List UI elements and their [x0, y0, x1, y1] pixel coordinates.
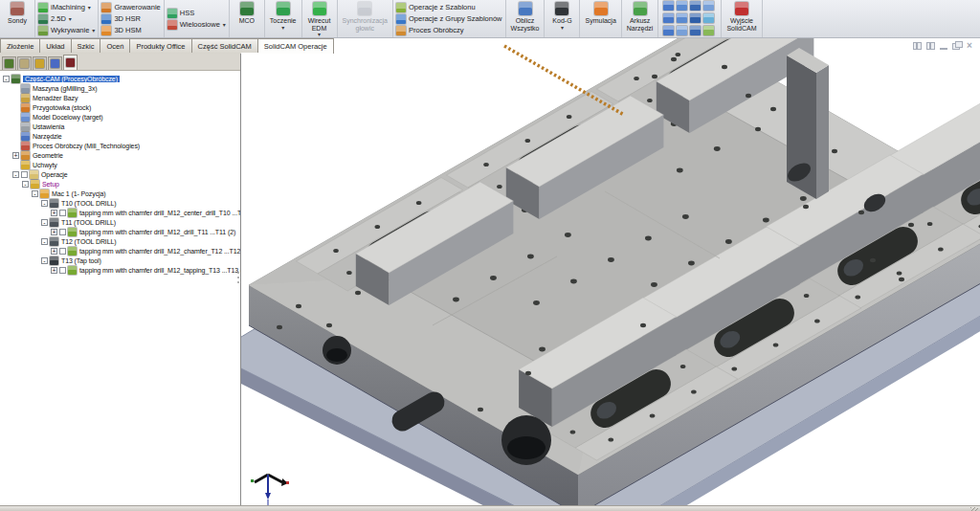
expand-icon[interactable]: +	[12, 152, 19, 159]
operacje-z-grupy-szablonów-button[interactable]: Operacje z Grupy Szablonów	[396, 13, 502, 25]
tree-item-ustawienia[interactable]: Ustawienia	[0, 122, 240, 131]
dropdown-arrow-icon[interactable]: ▾	[69, 15, 72, 22]
collapse-icon[interactable]: -	[41, 200, 48, 207]
cam-view-icon-12[interactable]	[703, 26, 714, 35]
tree-item-uchwyty[interactable]: Uchwyty	[0, 160, 240, 169]
wirecut-edm-button[interactable]: Wirecut EDM▾	[305, 0, 334, 37]
button-label: Oblicz Wszystko	[511, 17, 540, 32]
tab-produkty-office[interactable]: Produkty Office	[130, 38, 191, 53]
dropdown-arrow-icon[interactable]: ▾	[318, 33, 321, 37]
collapse-icon[interactable]: -	[41, 257, 48, 264]
cam-view-icon-10[interactable]	[677, 26, 687, 35]
tree-item-setup[interactable]: -Setup	[0, 179, 240, 189]
hss-button[interactable]: HSS	[167, 8, 226, 19]
cam-view-icon-2[interactable]	[677, 1, 687, 11]
collapse-icon[interactable]: -	[32, 190, 38, 197]
operation-checkbox[interactable]	[59, 210, 66, 216]
collapse-icon[interactable]: -	[3, 76, 10, 82]
expand-icon[interactable]: +	[51, 229, 57, 235]
2-5d-button[interactable]: 2.5D▾	[38, 13, 95, 25]
imachining-button[interactable]: iMachining▾	[38, 2, 95, 13]
cam-view-icon-11[interactable]	[690, 26, 701, 35]
proces-obróbczy-button[interactable]: Proces Obróbczy	[396, 25, 502, 36]
3d-hsm-button[interactable]: 3D HSM	[101, 25, 160, 36]
collapse-icon[interactable]: -	[22, 181, 29, 188]
operation-checkbox[interactable]	[59, 229, 66, 235]
tree-item-tapping-mm-with-chamfer-drill-m12-[interactable]: +tapping mm with chamfer drill_M12_tappi…	[0, 265, 240, 275]
tree-item-proces-obróbczy-mill-technologies[interactable]: Proces Obróbczy (Mill_Technologies)	[0, 141, 240, 150]
dropdown-arrow-icon[interactable]: ▾	[92, 27, 95, 33]
tree-item-t10-tool-drill[interactable]: -T10 (TOOL DRILL)	[0, 198, 240, 208]
tree-item-tapping-mm-with-chamfer-drill-m12-[interactable]: +tapping mm with chamfer drill_M12_chamf…	[0, 246, 240, 256]
minimize-icon[interactable]	[940, 48, 947, 50]
expand-icon[interactable]: +	[51, 267, 57, 274]
cam-view-icon-8[interactable]	[703, 13, 714, 23]
cam-view-icon-9[interactable]	[663, 26, 674, 35]
cam-view-icon-5[interactable]	[663, 13, 674, 23]
tab-solidcam-operacje[interactable]: SolidCAM Operacje	[258, 38, 334, 54]
sondy-button[interactable]: Sondy	[3, 0, 32, 37]
manager-tab-solidcam-manager-icon[interactable]	[63, 55, 78, 70]
tree-item-narzędzie[interactable]: Narzędzie	[0, 131, 240, 141]
dropdown-arrow-icon[interactable]: ▾	[223, 21, 226, 28]
arkusz-narzędzi-button[interactable]: Arkusz Narzędzi	[625, 0, 656, 37]
expand-icon[interactable]: +	[51, 210, 57, 216]
graphics-viewport[interactable]: ×	[241, 38, 980, 505]
tree-item-t12-tool-drill[interactable]: -T12 (TOOL DRILL)	[0, 236, 240, 246]
manager-tab-configuration-manager-icon[interactable]	[33, 56, 47, 70]
manager-tab-display-manager-icon[interactable]	[48, 56, 62, 70]
operation-checkbox[interactable]	[59, 267, 66, 274]
manager-tab-feature-tree-icon[interactable]	[2, 56, 16, 70]
dropdown-arrow-icon[interactable]: ▾	[88, 4, 91, 11]
tree-item-maszyna-gmilling-3x[interactable]: Maszyna (gMilling_3x)	[0, 83, 240, 93]
cam-view-icon-4[interactable]	[703, 1, 714, 11]
wieloosiowe-button[interactable]: Wieloosiowe▾	[167, 19, 226, 31]
tab-oceń[interactable]: Oceń	[100, 38, 130, 53]
dropdown-arrow-icon[interactable]: ▾	[281, 26, 284, 31]
oblicz-wszystko-button[interactable]: Oblicz Wszystko	[509, 0, 542, 37]
cam-view-icon-3[interactable]	[690, 1, 701, 11]
tree-item-model-docelowy-target[interactable]: Model Docelowy (target)	[0, 112, 240, 122]
panel-splitter[interactable]	[236, 258, 240, 297]
tree-item-część-cam-procesyobróbcze[interactable]: -Część-CAM (ProcesyObróbcze)	[0, 74, 240, 83]
tree-item-tapping-mm-with-chamfer-drill-m12-[interactable]: +tapping mm with chamfer drill_M12_cente…	[0, 208, 240, 217]
collapse-icon[interactable]: -	[41, 219, 48, 226]
3d-hsr-button[interactable]: 3D HSR	[101, 13, 160, 25]
tree-item-tapping-mm-with-chamfer-drill-m12-[interactable]: +tapping mm with chamfer drill_M12_drill…	[0, 227, 240, 236]
tree-item-geometrie[interactable]: +Geometrie	[0, 150, 240, 160]
collapse-icon[interactable]: -	[41, 238, 48, 245]
tree-item-t11-tool-drill[interactable]: -T11 (TOOL DRILL)	[0, 217, 240, 227]
tab-część-solidcam[interactable]: Część SolidCAM	[192, 38, 258, 53]
tree-item-przygotówka-stock[interactable]: Przygotówka (stock)	[0, 102, 240, 112]
synchronizacja-głowic-button[interactable]: Synchronizacja głowic	[341, 0, 390, 37]
tree-item-t13-tap-tool[interactable]: -T13 (Tap tool)	[0, 256, 240, 265]
restore-icon[interactable]	[952, 43, 960, 50]
tile-left-icon[interactable]	[913, 42, 922, 50]
tree-item-label: Menadżer Bazy	[33, 95, 78, 101]
cam-view-icon-7[interactable]	[690, 13, 701, 23]
tree-item-menadżer-bazy[interactable]: Menadżer Bazy	[0, 93, 240, 102]
expand-icon[interactable]: +	[51, 248, 57, 255]
operacje-z-szablonu-button[interactable]: Operacje z Szablonu	[396, 2, 502, 13]
tile-right-icon[interactable]	[926, 42, 935, 50]
tab-złożenie[interactable]: Złożenie	[0, 38, 40, 53]
dropdown-arrow-icon[interactable]: ▾	[561, 26, 564, 31]
collapse-icon[interactable]: -	[12, 171, 19, 178]
cam-view-icon-1[interactable]	[663, 1, 674, 11]
wyjście-solidcam-button[interactable]: Wyjście SolidCAM	[724, 0, 758, 37]
tab-układ[interactable]: Układ	[40, 38, 71, 53]
kod-g-button[interactable]: Kod-G▾	[547, 0, 576, 37]
tab-szkic[interactable]: Szkic	[72, 38, 101, 53]
manager-tab-property-manager-icon[interactable]	[17, 56, 32, 70]
symulacja-button[interactable]: Symulacja	[583, 0, 617, 37]
tree-item-mac-1-1-pozycja[interactable]: -Mac 1 (1- Pozycja)	[0, 189, 240, 198]
operation-checkbox[interactable]	[59, 248, 66, 255]
cam-view-icon-6[interactable]	[677, 13, 687, 23]
operation-checkbox[interactable]	[21, 171, 28, 178]
close-icon[interactable]: ×	[965, 41, 974, 51]
wykrywanie-button[interactable]: Wykrywanie▾	[38, 25, 95, 36]
grawerowanie-button[interactable]: Grawerowanie	[101, 2, 160, 13]
tree-item-operacje[interactable]: -Operacje	[0, 169, 240, 179]
mco-button[interactable]: MCO	[233, 0, 261, 37]
toczenie-button[interactable]: Toczenie▾	[268, 0, 299, 37]
